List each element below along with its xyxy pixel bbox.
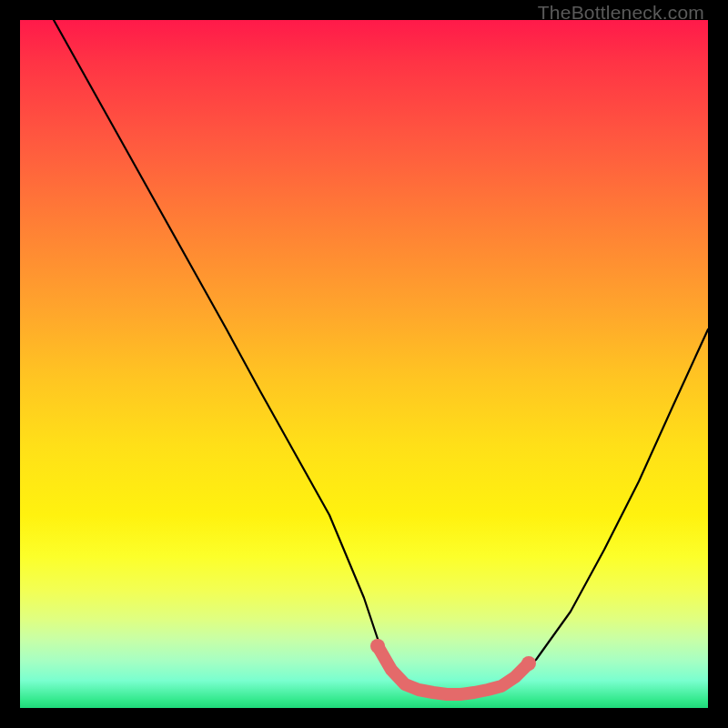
- highlight-dot-right: [521, 656, 536, 671]
- highlight-dot-left: [370, 639, 385, 653]
- bottom-highlight-line: [378, 646, 529, 694]
- chart-frame: TheBottleneck.com: [0, 0, 728, 728]
- curve-layer: [20, 20, 708, 708]
- watermark-text: TheBottleneck.com: [538, 2, 704, 24]
- plot-area: [20, 20, 708, 708]
- bottleneck-curve: [54, 20, 708, 694]
